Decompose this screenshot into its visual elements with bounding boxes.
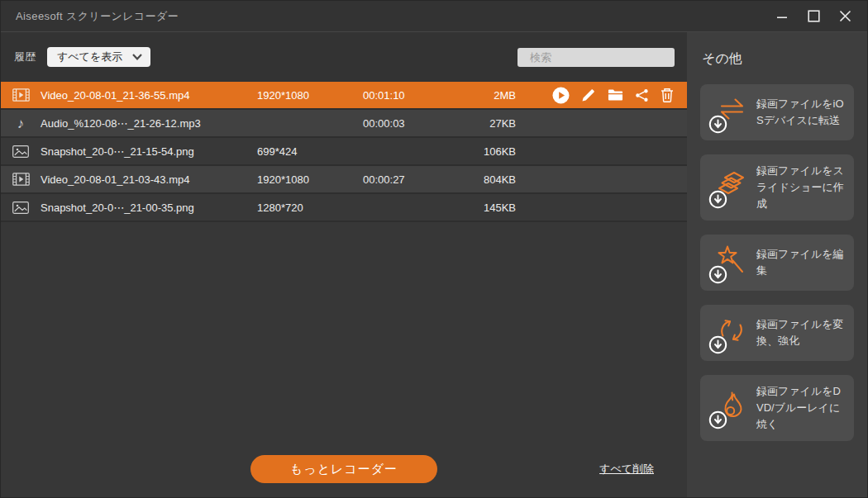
close-button[interactable]	[834, 7, 856, 26]
window-body: 履歴 すべてを表示 Video_20-08-01_21-36-55.m	[1, 32, 867, 497]
window-controls	[771, 7, 856, 26]
footer-bar: もっとレコーダー すべて削除	[1, 441, 687, 497]
file-name: Snapshot_20-0⋯_21-15-54.png	[41, 145, 257, 158]
image-file-icon	[1, 145, 41, 158]
file-duration: 00:00:27	[363, 173, 462, 186]
edit-button[interactable]	[581, 88, 596, 102]
play-icon	[552, 87, 570, 104]
video-file-icon	[1, 88, 41, 102]
delete-all-link[interactable]: すべて削除	[599, 462, 654, 477]
file-row-image-1[interactable]: Snapshot_20-0⋯_21-15-54.png 699*424 106K…	[1, 138, 687, 166]
file-duration: 00:01:10	[363, 89, 462, 102]
chevron-down-icon	[132, 54, 142, 60]
maximize-icon	[808, 10, 820, 22]
audio-file-icon: ♪	[1, 116, 41, 130]
file-row-image-2[interactable]: Snapshot_20-0⋯_21-00-35.png 1280*720 145…	[1, 194, 687, 222]
delete-button[interactable]	[661, 88, 674, 102]
pencil-icon	[581, 88, 596, 102]
file-size: 804KB	[462, 173, 516, 186]
file-name: Snapshot_20-0⋯_21-00-35.png	[41, 202, 257, 214]
maximize-button[interactable]	[803, 7, 824, 26]
search-box[interactable]	[517, 48, 675, 67]
file-resolution: 1920*1080	[257, 173, 363, 186]
download-badge-icon	[708, 265, 727, 284]
file-resolution: 699*424	[257, 145, 363, 158]
sidebar-button-convert[interactable]: 録画ファイルを変換、強化	[700, 305, 854, 361]
sidebar-button-label: 録画ファイルをスライドショーに作成	[756, 163, 847, 212]
toolbar: 履歴 すべてを表示	[1, 32, 687, 82]
file-size: 2MB	[462, 89, 516, 102]
sidebar-button-transfer-ios[interactable]: 録画ファイルをiOSデバイスに転送	[700, 84, 854, 140]
download-badge-icon	[708, 190, 727, 209]
file-row-video-2[interactable]: Video_20-08-01_21-03-43.mp4 1920*1080 00…	[1, 166, 687, 194]
file-resolution: 1280*720	[257, 202, 363, 214]
file-size: 145KB	[462, 202, 516, 214]
play-button[interactable]	[552, 87, 570, 104]
file-size: 106KB	[462, 145, 516, 158]
minimize-button[interactable]	[771, 7, 793, 26]
share-icon	[635, 88, 649, 102]
folder-icon	[608, 88, 623, 102]
filter-dropdown[interactable]: すべてを表示	[47, 47, 150, 67]
download-badge-icon	[708, 410, 727, 429]
row-actions	[516, 87, 687, 104]
file-row-video-1[interactable]: Video_20-08-01_21-36-55.mp4 1920*1080 00…	[1, 82, 687, 110]
titlebar: Aiseesoft スクリーンレコーダー	[1, 1, 867, 32]
image-file-icon	[1, 202, 41, 214]
window-title: Aiseesoft スクリーンレコーダー	[16, 9, 179, 24]
file-name: Video_20-08-01_21-03-43.mp4	[41, 173, 257, 186]
file-row-audio[interactable]: ♪ Audio_%120-08⋯_21-26-12.mp3 00:00:03 2…	[1, 110, 687, 138]
download-badge-icon	[708, 335, 727, 354]
file-duration: 00:00:03	[363, 117, 462, 130]
trash-icon	[661, 88, 674, 102]
history-label: 履歴	[14, 50, 36, 64]
sidebar-button-label: 録画ファイルをDVD/ブルーレイに焼く	[756, 383, 847, 433]
sidebar-button-label: 録画ファイルをiOSデバイスに転送	[756, 96, 847, 129]
content-panel: 履歴 すべてを表示 Video_20-08-01_21-36-55.m	[1, 32, 687, 497]
open-folder-button[interactable]	[608, 88, 623, 102]
file-name: Video_20-08-01_21-36-55.mp4	[41, 89, 257, 102]
download-badge-icon	[708, 115, 727, 134]
share-button[interactable]	[635, 88, 649, 102]
sidebar-button-edit[interactable]: 録画ファイルを編集	[700, 235, 854, 291]
video-file-icon	[1, 173, 41, 186]
close-icon	[839, 10, 851, 22]
sidebar-button-slideshow[interactable]: 録画ファイルをスライドショーに作成	[700, 154, 854, 221]
sidebar-button-label: 録画ファイルを編集	[756, 246, 847, 279]
minimize-icon	[776, 11, 788, 22]
file-size: 27KB	[462, 117, 516, 130]
app-window: Aiseesoft スクリーンレコーダー 履歴 すべてを表示	[0, 0, 868, 498]
sidebar-button-label: 録画ファイルを変換、強化	[756, 316, 847, 349]
sidebar-title: その他	[702, 50, 854, 68]
sidebar-button-burn-dvd[interactable]: 録画ファイルをDVD/ブルーレイに焼く	[700, 375, 854, 441]
file-resolution: 1920*1080	[257, 89, 363, 102]
file-name: Audio_%120-08⋯_21-26-12.mp3	[41, 117, 257, 130]
more-recorder-button[interactable]: もっとレコーダー	[250, 455, 437, 483]
file-list: Video_20-08-01_21-36-55.mp4 1920*1080 00…	[1, 82, 687, 222]
search-input[interactable]	[530, 51, 675, 64]
sidebar: その他 録画ファイルをiOSデバイスに転送 録画ファイルをスライドショーに作成	[687, 32, 867, 497]
filter-value: すべてを表示	[57, 50, 132, 64]
